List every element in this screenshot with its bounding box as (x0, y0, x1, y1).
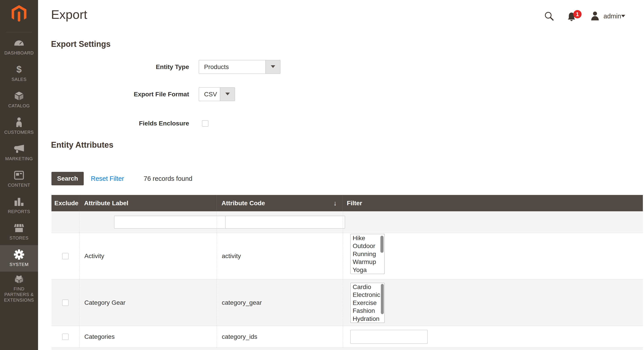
dropdown-arrow-icon[interactable] (266, 60, 280, 74)
attribute-code-value: category_gear (222, 279, 262, 326)
system-gear-icon (14, 249, 24, 260)
export-file-format-value: CSV (199, 88, 220, 101)
extensions-brick-icon (14, 274, 24, 284)
sidebar-item-system[interactable]: SYSTEM (0, 245, 38, 272)
cell-exclude (52, 279, 79, 326)
categories-filter-input[interactable] (350, 330, 428, 344)
multiselect-option[interactable]: Yoga (351, 266, 384, 274)
filter-cell-filter (343, 211, 643, 233)
sidebar-item-find-partners[interactable]: FIND PARTNERS & EXTENSIONS (0, 272, 38, 305)
table-row-activity: Activity activity Hike Outdoor Running W… (52, 233, 643, 279)
customers-person-icon (15, 117, 23, 127)
sidebar-item-sales[interactable]: $ SALES (0, 60, 38, 86)
cell-attribute-label: Categories (79, 326, 216, 347)
sort-descending-icon[interactable]: ↓ (334, 195, 337, 211)
attribute-label-value: Activity (84, 233, 104, 279)
reports-barchart-icon (14, 197, 24, 207)
scrollbar-thumb[interactable] (381, 284, 384, 314)
column-header-attribute-label[interactable]: Attribute Label (79, 195, 216, 211)
magento-logo[interactable] (0, 5, 38, 23)
chevron-down-icon[interactable] (621, 15, 625, 19)
cell-filter: Cardio Electronic Exercise Fashion Hydra… (343, 279, 643, 326)
sidebar-item-label: SALES (1, 77, 37, 82)
multiselect-option[interactable]: Warmup (351, 258, 384, 266)
multiselect-option[interactable]: Cardio (351, 283, 384, 291)
stores-shop-icon (14, 223, 24, 233)
multiselect-option[interactable]: Outdoor (351, 242, 384, 250)
dropdown-arrow-icon[interactable] (220, 88, 235, 101)
attribute-code-value: category_ids (222, 326, 257, 347)
sidebar-item-label: SYSTEM (1, 262, 37, 267)
entity-type-label: Entity Type (51, 60, 189, 74)
exclude-checkbox[interactable] (62, 253, 68, 259)
filter-cell-attribute-code (216, 211, 343, 233)
scrollbar-thumb[interactable] (380, 236, 384, 253)
cell-attribute-label: Category Gear (79, 279, 216, 326)
export-settings-heading: Export Settings (51, 40, 110, 49)
fields-enclosure-checkbox[interactable] (202, 120, 208, 127)
multiselect-option[interactable]: Fashion (351, 307, 384, 315)
multiselect-option[interactable]: Hike (351, 234, 384, 242)
marketing-megaphone-icon (14, 144, 24, 154)
sidebar-item-label: DASHBOARD (1, 50, 37, 56)
activity-filter-multiselect[interactable]: Hike Outdoor Running Warmup Yoga (350, 234, 385, 274)
entity-type-value: Products (199, 60, 266, 74)
dashboard-gauge-icon (14, 38, 24, 48)
column-header-label: Filter (347, 200, 362, 207)
sidebar-item-label: FIND PARTNERS & EXTENSIONS (1, 286, 37, 303)
sidebar-item-label: CONTENT (1, 183, 37, 188)
catalog-box-icon (14, 91, 24, 101)
attribute-label-value: Categories (84, 326, 114, 347)
attribute-code-filter-input[interactable] (225, 216, 345, 229)
column-header-attribute-code[interactable]: Attribute Code ↓ (216, 195, 343, 211)
cell-filter (343, 326, 643, 347)
notification-count-badge[interactable]: 1 (573, 10, 582, 18)
sidebar-item-content[interactable]: CONTENT (0, 166, 38, 192)
reset-filter-link[interactable]: Reset Filter (91, 172, 124, 185)
column-header-label: Attribute Label (84, 200, 128, 207)
sidebar-item-label: CATALOG (1, 103, 37, 109)
entity-type-select[interactable]: Products (199, 60, 280, 74)
page-title: Export (51, 7, 87, 22)
multiselect-option[interactable]: Running (351, 250, 384, 258)
sidebar-item-customers[interactable]: CUSTOMERS (0, 113, 38, 139)
sidebar-item-label: CUSTOMERS (1, 129, 37, 135)
fields-enclosure-label: Fields Enclosure (51, 120, 189, 127)
admin-sidebar: DASHBOARD $ SALES CATALOG (0, 0, 38, 350)
filter-cell-exclude (52, 211, 79, 233)
sidebar-item-label: REPORTS (1, 209, 37, 215)
attributes-grid: Exclude Attribute Label Attribute Code ↓… (52, 195, 643, 350)
entity-attributes-heading: Entity Attributes (51, 140, 114, 150)
column-header-exclude[interactable]: Exclude (52, 195, 79, 211)
sales-dollar-icon: $ (16, 64, 22, 75)
cell-filter: Hike Outdoor Running Warmup Yoga (343, 233, 643, 279)
table-row-category-gear: Category Gear category_gear Cardio Elect… (52, 279, 643, 326)
cell-attribute-code: category_gear (216, 279, 343, 326)
exclude-checkbox[interactable] (62, 334, 68, 340)
admin-username[interactable]: admin (604, 12, 621, 20)
export-file-format-select[interactable]: CSV (199, 87, 235, 101)
sidebar-item-marketing[interactable]: MARKETING (0, 139, 38, 166)
exclude-checkbox[interactable] (62, 300, 68, 306)
partial-next-row (52, 348, 643, 350)
grid-filter-row (52, 211, 643, 233)
search-button[interactable]: Search (52, 172, 84, 185)
records-found-text: 76 records found (144, 172, 192, 185)
column-header-filter[interactable]: Filter (343, 195, 643, 211)
sidebar-item-catalog[interactable]: CATALOG (0, 86, 38, 113)
sidebar-item-dashboard[interactable]: DASHBOARD (0, 34, 38, 60)
admin-avatar-icon[interactable] (591, 12, 599, 20)
multiselect-option[interactable]: Electronic (351, 291, 384, 299)
category-gear-filter-multiselect[interactable]: Cardio Electronic Exercise Fashion Hydra… (350, 283, 385, 323)
content-layout-icon (14, 170, 24, 180)
cell-attribute-label: Activity (79, 233, 216, 279)
multiselect-option[interactable]: Exercise (351, 299, 384, 307)
search-icon[interactable] (544, 11, 554, 21)
column-header-label: Attribute Code (222, 200, 265, 207)
filter-cell-attribute-label (79, 211, 216, 233)
sidebar-item-reports[interactable]: REPORTS (0, 192, 38, 219)
attribute-label-value: Category Gear (84, 279, 126, 326)
sidebar-item-stores[interactable]: STORES (0, 219, 38, 245)
multiselect-option[interactable]: Hydration (351, 315, 384, 323)
cell-exclude (52, 326, 79, 347)
